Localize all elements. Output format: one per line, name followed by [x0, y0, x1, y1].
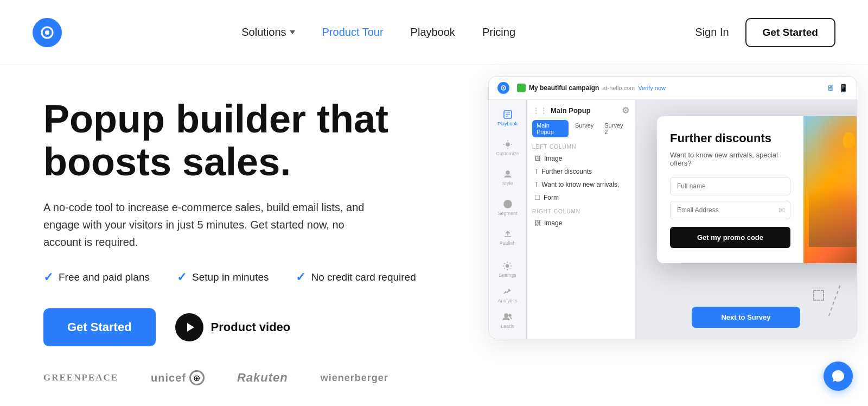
- chat-bubble-button[interactable]: [824, 361, 853, 391]
- sidebar-label-customize: Customize: [496, 151, 519, 156]
- nav-pricing[interactable]: Pricing: [482, 26, 515, 39]
- sidebar-label-leads: Leads: [501, 323, 514, 329]
- panel-item-arrivals[interactable]: T Want to know new arrivals,: [532, 178, 629, 191]
- ps-canvas: Further discounts Want to know new arriv…: [635, 100, 857, 339]
- nav-solutions[interactable]: Solutions: [241, 26, 295, 39]
- svg-point-4: [503, 87, 505, 89]
- drag-handle-icon: ⋮⋮: [532, 106, 547, 115]
- play-icon: [175, 313, 203, 341]
- product-screenshot: My beautiful campaign at-hello.com Verif…: [488, 76, 857, 339]
- image-icon: 🖼: [534, 155, 541, 162]
- panel-item-form[interactable]: ☐ Form: [532, 191, 629, 204]
- main-content: Popup builder that boosts sales. A no-co…: [0, 65, 868, 406]
- sidebar-label-style: Style: [502, 181, 513, 186]
- right-column-label: RIGHT COLUMN: [532, 208, 629, 214]
- sign-in-link[interactable]: Sign In: [695, 26, 729, 39]
- sidebar-item-settings[interactable]: Settings: [497, 257, 517, 282]
- svg-point-16: [509, 314, 511, 316]
- svg-marker-2: [187, 323, 194, 332]
- tab-main-popup[interactable]: Main Popup: [532, 120, 569, 137]
- tab-survey-2[interactable]: Survey 2: [600, 120, 629, 137]
- sidebar-item-publish[interactable]: Publish: [489, 225, 526, 250]
- device-icons: 🖥 📱: [827, 84, 848, 92]
- terrain: [809, 188, 857, 248]
- popup-email-input[interactable]: [670, 201, 790, 219]
- unicef-globe-icon: ⊕: [189, 370, 205, 385]
- product-video-button[interactable]: Product video: [175, 313, 291, 341]
- text-icon-1: T: [534, 168, 538, 175]
- panel-item-discounts[interactable]: T Further discounts: [532, 165, 629, 178]
- ps-tabs: Main Popup Survey Survey 2: [532, 120, 629, 137]
- left-column-label: LEFT COLUMN: [532, 144, 629, 150]
- sidebar-item-playbook[interactable]: Playbook: [489, 105, 526, 131]
- right-section: My beautiful campaign at-hello.com Verif…: [477, 65, 868, 406]
- tab-survey[interactable]: Survey: [571, 120, 598, 137]
- mobile-icon[interactable]: 📱: [839, 84, 848, 92]
- sidebar-label-settings: Settings: [499, 272, 516, 278]
- svg-point-10: [506, 171, 509, 174]
- check-label-2: Setup in minutes: [192, 271, 269, 283]
- ps-body: Playbook Customize Style Segment: [489, 100, 857, 339]
- panel-title: Main Popup: [551, 106, 591, 115]
- sidebar-item-customize[interactable]: Customize: [489, 135, 526, 161]
- check-item-2: ✓ Setup in minutes: [177, 270, 269, 284]
- svg-point-9: [506, 143, 509, 146]
- campaign-name: My beautiful campaign: [529, 84, 599, 92]
- nav-playbook[interactable]: Playbook: [411, 26, 455, 39]
- ps-topbar: My beautiful campaign at-hello.com Verif…: [489, 77, 857, 100]
- header-actions: Sign In Get Started: [695, 18, 835, 47]
- checkmark-icon-2: ✓: [177, 270, 187, 284]
- next-survey-button[interactable]: Next to Survey: [692, 307, 800, 328]
- panel-settings-icon[interactable]: ⚙: [622, 105, 629, 116]
- checkmark-icon-3: ✓: [296, 270, 305, 284]
- sidebar-item-style[interactable]: Style: [489, 165, 526, 191]
- panel-item-discounts-label: Further discounts: [541, 168, 592, 175]
- hero-subtitle: A no-code tool to increase e-commerce sa…: [43, 199, 380, 251]
- popup-left: Further discounts Want to know new arriv…: [657, 116, 803, 263]
- form-icon: ☐: [534, 194, 540, 201]
- svg-point-15: [505, 314, 508, 317]
- svg-point-14: [506, 265, 509, 268]
- sidebar-label-segment: Segment: [497, 211, 517, 216]
- next-survey-wrap: Next to Survey: [692, 307, 800, 328]
- panel-item-image-right-label: Image: [544, 219, 562, 227]
- get-started-button-header[interactable]: Get Started: [745, 18, 835, 47]
- popup-cta-button[interactable]: Get my promo code: [670, 227, 790, 248]
- sidebar-label-publish: Publish: [500, 240, 516, 246]
- popup-title: Further discounts: [670, 131, 790, 145]
- ps-sidebar: Playbook Customize Style Segment: [489, 100, 527, 339]
- text-icon-2: T: [534, 181, 538, 188]
- logo[interactable]: [33, 18, 62, 47]
- panel-item-arrivals-label: Want to know new arrivals,: [541, 181, 619, 188]
- sidebar-item-analytics[interactable]: Analytics: [497, 282, 517, 308]
- sidebar-label-playbook: Playbook: [497, 121, 518, 126]
- checklist: ✓ Free and paid plans ✓ Setup in minutes…: [43, 270, 445, 284]
- email-icon: ✉: [778, 206, 785, 214]
- get-started-button-main[interactable]: Get Started: [43, 308, 156, 346]
- popup-card: Further discounts Want to know new arriv…: [657, 116, 857, 263]
- balloon-2: [843, 132, 855, 148]
- popup-fullname-input[interactable]: [670, 177, 790, 195]
- check-item-1: ✓ Free and paid plans: [43, 270, 150, 284]
- panel-item-image[interactable]: 🖼 Image: [532, 152, 629, 165]
- popup-email-wrap: ✉: [670, 201, 790, 219]
- header: Solutions Product Tour Playbook Pricing …: [0, 0, 868, 65]
- product-video-label: Product video: [211, 320, 291, 334]
- desktop-icon[interactable]: 🖥: [827, 84, 834, 92]
- nav-product-tour[interactable]: Product Tour: [322, 26, 384, 39]
- panel-item-image-right[interactable]: 🖼 Image: [532, 217, 629, 230]
- check-label-1: Free and paid plans: [59, 271, 150, 283]
- campaign-domain: at-hello.com: [602, 85, 635, 91]
- logos-row: GREENPEACE unicef ⊕ Rakuten wienerberger: [43, 370, 445, 385]
- ps-panel: ⋮⋮ Main Popup ⚙ Main Popup Survey Survey…: [527, 100, 635, 339]
- nav: Solutions Product Tour Playbook Pricing: [241, 26, 515, 39]
- sidebar-item-segment[interactable]: Segment: [489, 195, 526, 220]
- ps-logo: [497, 82, 509, 94]
- unicef-text: unicef: [151, 372, 186, 384]
- image-icon-right: 🖼: [534, 219, 541, 227]
- verify-link[interactable]: Verify now: [638, 85, 666, 91]
- cta-row: Get Started Product video: [43, 308, 445, 346]
- panel-item-image-label: Image: [544, 155, 562, 162]
- sidebar-item-leads[interactable]: Leads: [497, 308, 517, 333]
- rakuten-logo: Rakuten: [237, 371, 288, 385]
